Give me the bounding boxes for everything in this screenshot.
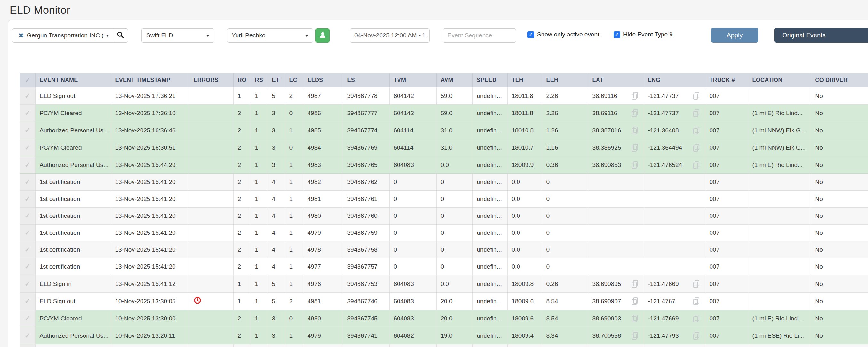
- table-row[interactable]: ✓1st certification13-Nov-2025 15:41:2021…: [20, 241, 868, 258]
- copy-icon[interactable]: [631, 280, 639, 288]
- date-range-input[interactable]: 04-Nov-2025 12:00 AM - 1: [350, 29, 430, 42]
- company-search-button[interactable]: [113, 29, 128, 42]
- eld-provider-value: Swift ELD: [146, 32, 173, 39]
- row-check-icon[interactable]: ✓: [20, 87, 35, 105]
- column-header[interactable]: EEH: [542, 73, 588, 87]
- column-header[interactable]: EC: [285, 73, 303, 87]
- copy-icon[interactable]: [631, 297, 639, 306]
- table-row[interactable]: ✓1st certification13-Nov-2025 15:41:2021…: [20, 190, 868, 208]
- event-sequence-input[interactable]: Event Sequence: [443, 29, 516, 42]
- hide-event-type9-checkbox[interactable]: ✓ Hide Event Type 9.: [614, 31, 674, 38]
- copy-icon[interactable]: [631, 161, 639, 170]
- row-check-icon[interactable]: ✓: [20, 275, 35, 292]
- copy-icon[interactable]: [692, 109, 701, 118]
- row-check-icon[interactable]: ✓: [20, 139, 35, 157]
- copy-icon[interactable]: [631, 314, 639, 323]
- column-header[interactable]: EVENT TIMESTAMP: [111, 73, 189, 87]
- column-header[interactable]: ET: [268, 73, 285, 87]
- copy-icon[interactable]: [631, 109, 639, 118]
- column-header[interactable]: TEH: [507, 73, 542, 87]
- row-check-icon[interactable]: ✓: [20, 292, 35, 310]
- column-header[interactable]: EVENT NAME: [35, 73, 111, 87]
- column-header[interactable]: LNG: [644, 73, 705, 87]
- table-row[interactable]: ✓1st certification13-Nov-2025 15:41:2021…: [20, 258, 868, 275]
- column-header[interactable]: CO DRIVER: [811, 73, 868, 87]
- table-row[interactable]: ✓ELD Sign out13-Nov-2025 17:36:211152498…: [20, 87, 868, 105]
- column-header[interactable]: ELDS: [303, 73, 343, 87]
- select-all-check-icon[interactable]: ✓: [20, 73, 35, 87]
- row-check-icon[interactable]: ✓: [20, 327, 35, 344]
- eeh-cell: 0: [542, 190, 588, 208]
- table-row[interactable]: ✓Authorized Personal Us...13-Nov-2025 16…: [20, 122, 868, 139]
- column-header[interactable]: AVM: [436, 73, 472, 87]
- company-filter-group[interactable]: ✖ Gergun Transportation INC (...: [12, 29, 128, 42]
- row-check-icon[interactable]: ✓: [20, 344, 35, 347]
- row-check-icon[interactable]: ✓: [20, 190, 35, 208]
- ts-cell: 13-Nov-2025 17:36:10: [111, 105, 189, 122]
- column-header[interactable]: LOCATION: [748, 73, 811, 87]
- copy-icon[interactable]: [692, 297, 701, 306]
- events-table-container[interactable]: ✓EVENT NAMEEVENT TIMESTAMPERRORSRORSETEC…: [20, 73, 868, 347]
- row-check-icon[interactable]: ✓: [20, 105, 35, 122]
- copy-icon[interactable]: [692, 126, 701, 135]
- et-cell: 5: [268, 275, 285, 292]
- row-check-icon[interactable]: ✓: [20, 174, 35, 190]
- copy-icon[interactable]: [692, 143, 701, 152]
- table-row[interactable]: ✓ELD Sign out10-Nov-2025 13:30:051152498…: [20, 292, 868, 310]
- copy-icon[interactable]: [631, 331, 639, 340]
- error-clock-icon[interactable]: [194, 297, 201, 304]
- copy-icon[interactable]: [692, 280, 701, 288]
- table-row[interactable]: ✓PC/YM Cleared10-Nov-2025 13:30:00213049…: [20, 310, 868, 327]
- remove-tag-icon[interactable]: ✖: [18, 32, 24, 39]
- column-header[interactable]: ERRORS: [189, 73, 233, 87]
- column-header[interactable]: RO: [233, 73, 251, 87]
- codriver-cell: No: [811, 292, 868, 310]
- copy-icon[interactable]: [631, 143, 639, 152]
- rs-cell: 1: [251, 344, 268, 347]
- ec-cell: 0: [285, 105, 303, 122]
- table-row[interactable]: ✓Authorized Personal Us...10-Nov-2025 13…: [20, 327, 868, 344]
- row-check-icon[interactable]: ✓: [20, 208, 35, 224]
- table-row[interactable]: ✓ELD Sign in13-Nov-2025 15:41:1211514976…: [20, 275, 868, 292]
- column-header[interactable]: TVM: [389, 73, 436, 87]
- eld-provider-select[interactable]: Swift ELD: [142, 29, 214, 42]
- row-check-icon[interactable]: ✓: [20, 310, 35, 327]
- table-row[interactable]: ✓1st certification13-Nov-2025 15:41:2021…: [20, 174, 868, 190]
- driver-select[interactable]: Yurii Pechko: [227, 29, 313, 42]
- row-check-icon[interactable]: ✓: [20, 224, 35, 241]
- speed-cell: undefin...: [472, 87, 507, 105]
- location-cell: [748, 344, 811, 347]
- copy-icon[interactable]: [631, 92, 639, 100]
- eeh-cell: 0.26: [542, 275, 588, 292]
- table-row[interactable]: ✓PC/YM Cleared13-Nov-2025 16:30:51213049…: [20, 139, 868, 157]
- driver-profile-button[interactable]: [315, 29, 330, 42]
- original-events-button[interactable]: Original Events: [774, 28, 868, 42]
- table-row[interactable]: ✓1st certification13-Nov-2025 15:41:2021…: [20, 208, 868, 224]
- column-header[interactable]: RS: [251, 73, 268, 87]
- table-row[interactable]: ✓Authorized Personal Us...13-Nov-2025 15…: [20, 157, 868, 174]
- copy-icon[interactable]: [692, 161, 701, 170]
- column-header[interactable]: SPEED: [472, 73, 507, 87]
- checkbox-checked-icon[interactable]: ✓: [527, 31, 534, 38]
- row-check-icon[interactable]: ✓: [20, 241, 35, 258]
- column-header[interactable]: ES: [343, 73, 389, 87]
- name-cell: PC/YM Cleared: [35, 310, 111, 327]
- copy-icon[interactable]: [692, 331, 701, 340]
- column-header[interactable]: LAT: [588, 73, 644, 87]
- row-check-icon[interactable]: ✓: [20, 157, 35, 174]
- table-row[interactable]: ✓PC/YM Cleared13-Nov-2025 17:36:10213049…: [20, 105, 868, 122]
- company-filter-select[interactable]: ✖ Gergun Transportation INC (...: [12, 29, 113, 42]
- tvm-cell: 0: [389, 224, 436, 241]
- table-row[interactable]: ✓1st certification13-Nov-2025 15:41:2021…: [20, 224, 868, 241]
- checkbox-checked-icon[interactable]: ✓: [614, 31, 620, 38]
- row-check-icon[interactable]: ✓: [20, 258, 35, 275]
- row-check-icon[interactable]: ✓: [20, 122, 35, 139]
- show-only-active-checkbox[interactable]: ✓ Show only active event.: [527, 31, 601, 38]
- apply-button[interactable]: Apply: [711, 28, 758, 42]
- copy-icon[interactable]: [692, 92, 701, 100]
- copy-icon[interactable]: [631, 126, 639, 135]
- copy-icon[interactable]: [692, 314, 701, 323]
- column-header[interactable]: TRUCK #: [705, 73, 748, 87]
- et-cell: 3: [268, 310, 285, 327]
- table-row[interactable]: ✓1st certification10-Nov-2025 13:17:2121…: [20, 344, 868, 347]
